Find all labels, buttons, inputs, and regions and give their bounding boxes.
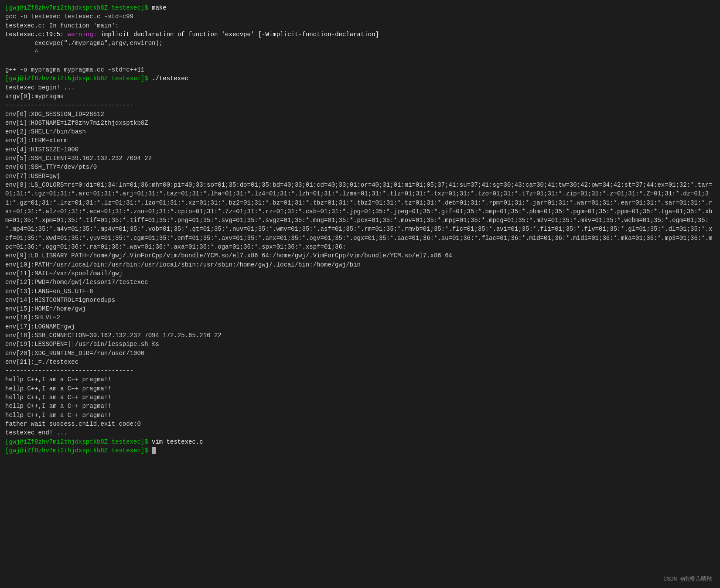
terminal-line: testexec.c: In function 'main': [5, 21, 715, 30]
terminal-line: env[21]:_=./testexec [5, 358, 715, 366]
terminal-line: env[10]:PATH=/usr/local/bin:/usr/bin:/us… [5, 260, 715, 269]
prompt-text: [gwj@iZf8zhv7mi2thjdxsptkb8Z testexec]$ [5, 438, 152, 445]
terminal-line: env[16]:SHLVL=2 [5, 313, 715, 322]
terminal-line: env[3]:TERM=xterm [5, 136, 715, 145]
watermark: CSDN @南桥几晴秋 [663, 575, 712, 583]
output-line: env[18]:SSH_CONNECTION=39.162.132.232 70… [5, 332, 222, 339]
terminal-line: env[12]:PWD=/home/gwj/lesson17/testexec [5, 278, 715, 287]
output-line: hellp C++,I am a C++ pragma!! [5, 385, 112, 392]
terminal-line: argv[0]:mypragma [5, 92, 715, 101]
output-line: env[13]:LANG=en_US.UTF-8 [5, 288, 93, 295]
output-line: env[4]:HISTSIZE=1000 [5, 146, 78, 153]
output-line: env[15]:HOME=/home/gwj [5, 305, 86, 312]
terminal-line: father wait success,child,exit code:0 [5, 420, 715, 428]
output-line: testexec.c: In function 'main': [5, 22, 119, 29]
terminal-line: execvpe("./mypragma",argv,environ); [5, 39, 715, 48]
terminal-line: [gwj@iZf8zhv7mi2thjdxsptkb8Z testexec]$ … [5, 438, 715, 446]
terminal-line: [gwj@iZf8zhv7mi2thjdxsptkb8Z testexec]$ … [5, 74, 715, 83]
terminal-line: env[1]:HOSTNAME=iZf8zhv7mi2thjdxsptkb8Z [5, 119, 715, 127]
terminal-line: env[0]:XDG_SESSION_ID=28612 [5, 110, 715, 119]
output-line: execvpe("./mypragma",argv,environ); [5, 40, 163, 47]
output-line: env[19]:LESSOPEN=||/usr/bin/lesspipe.sh … [5, 341, 159, 348]
output-line: env[17]:LOGNAME=gwj [5, 323, 75, 330]
terminal-line: env[14]:HISTCONTROL=ignoredups [5, 296, 715, 304]
output-line: hellp C++,I am a C++ pragma!! [5, 403, 112, 410]
output-line: env[14]:HISTCONTROL=ignoredups [5, 297, 115, 304]
terminal-line [5, 57, 715, 65]
output-line: env[7]:USER=gwj [5, 173, 60, 180]
terminal-line: env[8]:LS_COLORS=rs=0:di=01;34:ln=01;36:… [5, 181, 715, 251]
terminal-line: env[6]:SSH_TTY=/dev/pts/0 [5, 163, 715, 171]
terminal-line: hellp C++,I am a C++ pragma!! [5, 411, 715, 420]
output-line: env[12]:PWD=/home/gwj/lesson17/testexec [5, 279, 148, 286]
terminal-window: [gwj@iZf8zhv7mi2thjdxsptkb8Z testexec]$ … [0, 0, 720, 588]
output-line: env[3]:TERM=xterm [5, 137, 68, 144]
output-line: hellp C++,I am a C++ pragma!! [5, 412, 112, 419]
prompt-text: [gwj@iZf8zhv7mi2thjdxsptkb8Z testexec]$ [5, 4, 152, 11]
output-line: g++ -o mypragma mypragma.cc -std=c++11 [5, 66, 144, 73]
output-line: env[11]:MAIL=/var/spool/mail/gwj [5, 270, 123, 277]
terminal-line: env[7]:USER=gwj [5, 172, 715, 181]
terminal-line: env[5]:SSH_CLIENT=39.162.132.232 7094 22 [5, 154, 715, 163]
terminal-line: g++ -o mypragma mypragma.cc -std=c++11 [5, 65, 715, 74]
output-line: env[20]:XDG_RUNTIME_DIR=/run/user/1000 [5, 350, 144, 357]
terminal-content: [gwj@iZf8zhv7mi2thjdxsptkb8Z testexec]$ … [5, 3, 715, 455]
output-line: hellp C++,I am a C++ pragma!! [5, 376, 112, 383]
output-line: env[0]:XDG_SESSION_ID=28612 [5, 111, 104, 118]
output-line: gcc -o testexec testexec.c -std=c99 [5, 13, 133, 20]
terminal-line: testexec begin! ... [5, 83, 715, 92]
output-line: env[10]:PATH=/usr/local/bin:/usr/bin:/us… [5, 261, 361, 268]
output-line: env[2]:SHELL=/bin/bash [5, 128, 86, 135]
terminal-line: testexec.c:19:5: warning: implicit decla… [5, 30, 715, 39]
warning-keyword: warning: [68, 31, 97, 38]
command-text: ./testexec [152, 75, 188, 82]
terminal-line: env[15]:HOME=/home/gwj [5, 304, 715, 313]
terminal-line: env[2]:SHELL=/bin/bash [5, 127, 715, 136]
separator-line: ----------------------------------- [5, 102, 133, 109]
terminal-line: hellp C++,I am a C++ pragma!! [5, 393, 715, 402]
terminal-line: ----------------------------------- [5, 101, 715, 109]
terminal-line: env[17]:LOGNAME=gwj [5, 322, 715, 331]
terminal-line: ^ [5, 48, 715, 56]
long-line: env[8]:LS_COLORS=rs=0:di=01;34:ln=01;36:… [5, 181, 712, 250]
terminal-line: env[20]:XDG_RUNTIME_DIR=/run/user/1000 [5, 349, 715, 358]
output-line: env[16]:SHLVL=2 [5, 314, 60, 321]
warning-file: testexec.c:19:5: [5, 31, 68, 38]
terminal-line: hellp C++,I am a C++ pragma!! [5, 375, 715, 384]
terminal-line: ----------------------------------- [5, 366, 715, 375]
terminal-line: [gwj@iZf8zhv7mi2thjdxsptkb8Z testexec]$ … [5, 3, 715, 12]
terminal-line: gcc -o testexec testexec.c -std=c99 [5, 12, 715, 21]
separator-line: ----------------------------------- [5, 367, 133, 374]
command-text: make [152, 4, 167, 11]
warning-message: implicit declaration of function 'execvp… [97, 31, 379, 38]
terminal-line: env[19]:LESSOPEN=||/usr/bin/lesspipe.sh … [5, 340, 715, 349]
output-line: env[5]:SSH_CLIENT=39.162.132.232 7094 22 [5, 155, 152, 162]
terminal-line: env[4]:HISTSIZE=1000 [5, 145, 715, 154]
prompt-text: [gwj@iZf8zhv7mi2thjdxsptkb8Z testexec]$ [5, 447, 152, 454]
output-line: env[6]:SSH_TTY=/dev/pts/0 [5, 164, 97, 171]
output-line: env[9]:LD_LIBRARY_PATH=/home/gwj/.VimFor… [5, 252, 452, 259]
output-line: father wait success,child,exit code:0 [5, 420, 141, 427]
output-line: hellp C++,I am a C++ pragma!! [5, 394, 112, 401]
terminal-line: hellp C++,I am a C++ pragma!! [5, 402, 715, 410]
output-line: argv[0]:mypragma [5, 93, 64, 100]
output-line: ^ [5, 48, 38, 55]
prompt-text: [gwj@iZf8zhv7mi2thjdxsptkb8Z testexec]$ [5, 75, 152, 82]
output-line: testexec begin! ... [5, 84, 75, 91]
terminal-line: [gwj@iZf8zhv7mi2thjdxsptkb8Z testexec]$ [5, 446, 715, 455]
output-line: env[1]:HOSTNAME=iZf8zhv7mi2thjdxsptkb8Z [5, 120, 148, 126]
terminal-line: hellp C++,I am a C++ pragma!! [5, 384, 715, 393]
terminal-line: env[11]:MAIL=/var/spool/mail/gwj [5, 269, 715, 278]
cursor [152, 447, 156, 454]
command-text: vim testexec.c [152, 438, 203, 445]
terminal-line: env[9]:LD_LIBRARY_PATH=/home/gwj/.VimFor… [5, 251, 715, 260]
terminal-line: env[18]:SSH_CONNECTION=39.162.132.232 70… [5, 331, 715, 340]
terminal-line: testexec end! ... [5, 428, 715, 437]
output-line: env[21]:_=./testexec [5, 359, 78, 366]
output-line: testexec end! ... [5, 429, 68, 436]
terminal-line: env[13]:LANG=en_US.UTF-8 [5, 287, 715, 296]
